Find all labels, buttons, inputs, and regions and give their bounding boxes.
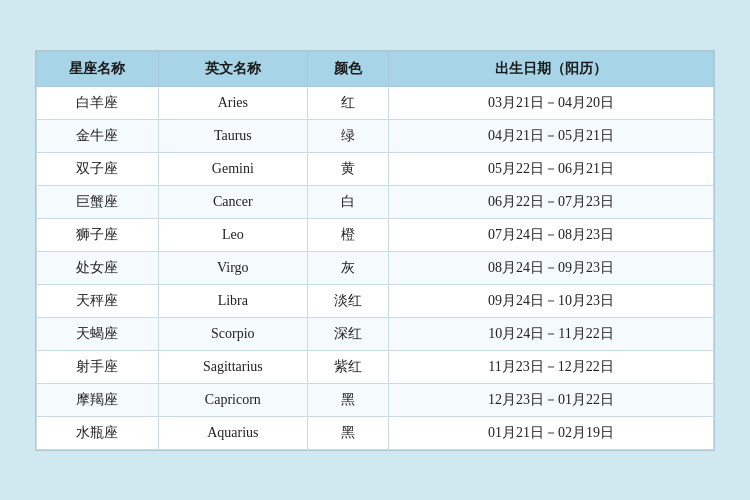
zodiac-table-container: 星座名称 英文名称 颜色 出生日期（阳历） 白羊座Aries红03月21日－04… [35, 50, 715, 451]
cell-english: Leo [158, 218, 307, 251]
cell-date: 08月24日－09月23日 [389, 251, 714, 284]
cell-color: 淡红 [307, 284, 388, 317]
cell-chinese: 处女座 [37, 251, 159, 284]
table-row: 白羊座Aries红03月21日－04月20日 [37, 86, 714, 119]
cell-chinese: 天蝎座 [37, 317, 159, 350]
cell-english: Libra [158, 284, 307, 317]
table-row: 处女座Virgo灰08月24日－09月23日 [37, 251, 714, 284]
header-color: 颜色 [307, 51, 388, 86]
cell-color: 绿 [307, 119, 388, 152]
cell-color: 红 [307, 86, 388, 119]
table-row: 天秤座Libra淡红09月24日－10月23日 [37, 284, 714, 317]
cell-color: 橙 [307, 218, 388, 251]
cell-chinese: 水瓶座 [37, 416, 159, 449]
cell-chinese: 狮子座 [37, 218, 159, 251]
table-row: 金牛座Taurus绿04月21日－05月21日 [37, 119, 714, 152]
table-row: 摩羯座Capricorn黑12月23日－01月22日 [37, 383, 714, 416]
cell-chinese: 白羊座 [37, 86, 159, 119]
cell-color: 黄 [307, 152, 388, 185]
table-row: 天蝎座Scorpio深红10月24日－11月22日 [37, 317, 714, 350]
cell-color: 黑 [307, 416, 388, 449]
cell-color: 紫红 [307, 350, 388, 383]
cell-date: 07月24日－08月23日 [389, 218, 714, 251]
header-english: 英文名称 [158, 51, 307, 86]
cell-chinese: 双子座 [37, 152, 159, 185]
cell-english: Taurus [158, 119, 307, 152]
cell-english: Sagittarius [158, 350, 307, 383]
header-chinese: 星座名称 [37, 51, 159, 86]
cell-date: 03月21日－04月20日 [389, 86, 714, 119]
table-row: 巨蟹座Cancer白06月22日－07月23日 [37, 185, 714, 218]
zodiac-table: 星座名称 英文名称 颜色 出生日期（阳历） 白羊座Aries红03月21日－04… [36, 51, 714, 450]
cell-english: Aries [158, 86, 307, 119]
table-row: 射手座Sagittarius紫红11月23日－12月22日 [37, 350, 714, 383]
cell-date: 04月21日－05月21日 [389, 119, 714, 152]
table-row: 水瓶座Aquarius黑01月21日－02月19日 [37, 416, 714, 449]
cell-date: 06月22日－07月23日 [389, 185, 714, 218]
cell-date: 12月23日－01月22日 [389, 383, 714, 416]
header-date: 出生日期（阳历） [389, 51, 714, 86]
cell-chinese: 天秤座 [37, 284, 159, 317]
table-header-row: 星座名称 英文名称 颜色 出生日期（阳历） [37, 51, 714, 86]
cell-date: 10月24日－11月22日 [389, 317, 714, 350]
cell-english: Scorpio [158, 317, 307, 350]
cell-chinese: 金牛座 [37, 119, 159, 152]
cell-date: 01月21日－02月19日 [389, 416, 714, 449]
cell-english: Aquarius [158, 416, 307, 449]
cell-color: 白 [307, 185, 388, 218]
cell-color: 深红 [307, 317, 388, 350]
cell-english: Capricorn [158, 383, 307, 416]
cell-date: 05月22日－06月21日 [389, 152, 714, 185]
cell-english: Cancer [158, 185, 307, 218]
cell-color: 黑 [307, 383, 388, 416]
cell-chinese: 摩羯座 [37, 383, 159, 416]
cell-english: Virgo [158, 251, 307, 284]
cell-chinese: 射手座 [37, 350, 159, 383]
cell-english: Gemini [158, 152, 307, 185]
cell-chinese: 巨蟹座 [37, 185, 159, 218]
table-row: 狮子座Leo橙07月24日－08月23日 [37, 218, 714, 251]
cell-date: 09月24日－10月23日 [389, 284, 714, 317]
cell-date: 11月23日－12月22日 [389, 350, 714, 383]
cell-color: 灰 [307, 251, 388, 284]
table-row: 双子座Gemini黄05月22日－06月21日 [37, 152, 714, 185]
